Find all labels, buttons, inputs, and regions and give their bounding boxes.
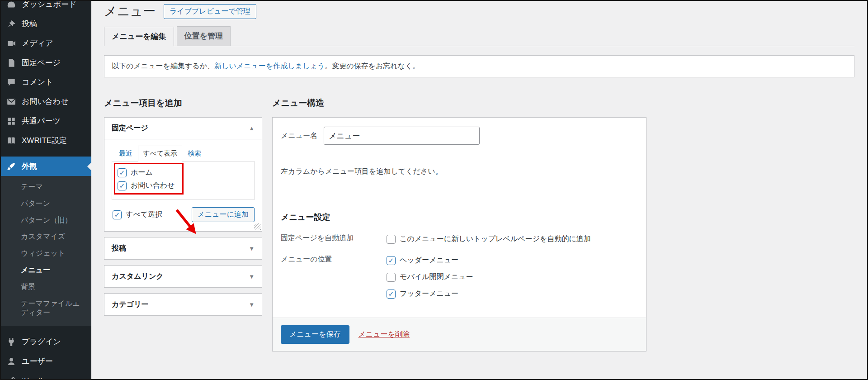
menu-location-label: メニューの位置: [281, 254, 386, 300]
pages-postbox-header[interactable]: 固定ページ ▲: [104, 118, 262, 139]
submenu-item-menus[interactable]: メニュー: [1, 262, 91, 279]
add-items-heading: メニュー項目を追加: [104, 97, 262, 109]
notice-text-prefix: 以下のメニューを編集するか、: [112, 62, 214, 70]
pages-postbox-body: 最近 すべて表示 検索 ホーム お問い合わせ: [104, 139, 262, 231]
sidebar-item-dashboard[interactable]: ダッシュボード: [1, 1, 91, 14]
select-all-control[interactable]: すべて選択: [112, 208, 163, 221]
location-footer-menu[interactable]: フッターメニュー: [386, 287, 474, 300]
save-menu-button[interactable]: メニューを保存: [281, 325, 349, 344]
brush-icon: [6, 162, 16, 171]
resize-handle[interactable]: [254, 223, 261, 230]
collapse-down-icon[interactable]: ▼: [249, 273, 255, 280]
tab-most-recent[interactable]: 最近: [114, 146, 137, 161]
user-icon: [6, 356, 16, 366]
collapse-down-icon[interactable]: ▼: [249, 301, 255, 308]
location-label: ヘッダーメニュー: [400, 256, 458, 265]
location-label: モバイル開閉メニュー: [400, 272, 473, 282]
submenu-item-customize[interactable]: カスタマイズ: [1, 228, 91, 245]
sidebar-item-common-parts[interactable]: 共通パーツ: [1, 111, 91, 131]
submenu-item-patterns-old[interactable]: パターン（旧）: [1, 212, 91, 229]
custom-links-postbox-header[interactable]: カスタムリンク ▼: [104, 266, 262, 287]
auto-add-option[interactable]: このメニューに新しいトップレベルページを自動的に追加: [386, 233, 592, 246]
menu-structure-heading: メニュー構造: [272, 97, 646, 109]
collapse-up-icon[interactable]: ▲: [249, 125, 255, 132]
page-item-home[interactable]: ホーム: [117, 166, 250, 179]
location-label: フッターメニュー: [400, 289, 458, 299]
sidebar-item-label: 外観: [22, 161, 37, 171]
sidebar-item-xwrite-settings[interactable]: XWRITE設定: [1, 131, 91, 150]
header-menu-checkbox[interactable]: [387, 256, 396, 265]
sidebar-item-label: プラグイン: [22, 337, 61, 347]
submenu-item-background[interactable]: 背景: [1, 279, 91, 295]
sidebar-item-plugins[interactable]: プラグイン: [1, 332, 91, 352]
pages-postbox-title: 固定ページ: [112, 124, 148, 133]
dashboard-icon: [6, 1, 16, 10]
posts-postbox-title: 投稿: [112, 244, 126, 253]
location-mobile-menu[interactable]: モバイル開閉メニュー: [386, 271, 474, 284]
submenu-item-widgets[interactable]: ウィジェット: [1, 245, 91, 262]
sidebar-item-label: 投稿: [22, 19, 37, 29]
mail-icon: [6, 97, 16, 107]
menu-name-label: メニュー名: [281, 131, 317, 141]
sidebar-item-posts[interactable]: 投稿: [1, 14, 91, 33]
sidebar-item-label: お問い合わせ: [22, 96, 69, 107]
sidebar-item-comments[interactable]: コメント: [1, 72, 91, 92]
tab-search[interactable]: 検索: [183, 146, 206, 161]
menu-name-input[interactable]: [324, 127, 480, 145]
categories-postbox-title: カテゴリー: [112, 300, 149, 309]
empty-menu-message: 左カラムからメニュー項目を追加してください。: [281, 167, 638, 176]
home-checkbox[interactable]: [118, 168, 127, 177]
page-item-contact[interactable]: お問い合わせ: [117, 179, 250, 192]
posts-postbox-header[interactable]: 投稿 ▼: [104, 238, 262, 259]
page-item-label: お問い合わせ: [131, 181, 175, 190]
live-preview-button[interactable]: ライブプレビューで管理: [164, 4, 256, 19]
media-icon: [6, 38, 16, 48]
categories-postbox-header[interactable]: カテゴリー ▼: [104, 294, 262, 315]
notice-text-suffix: 。変更の保存をお忘れなく。: [325, 62, 420, 70]
footer-menu-checkbox[interactable]: [387, 290, 396, 299]
sidebar-item-label: ユーザー: [22, 356, 53, 366]
menu-edit-box: メニュー名 左カラムからメニュー項目を追加してください。 メニュー設定 固定ペー…: [272, 117, 646, 352]
main-content: メニュー ライブプレビューで管理 メニューを編集 位置を管理 以下のメニューを編…: [91, 1, 867, 379]
sidebar-item-label: ツール: [22, 375, 45, 379]
collapse-down-icon[interactable]: ▼: [249, 245, 255, 252]
appearance-submenu: テーマ パターン パターン（旧） カスタマイズ ウィジェット メニュー 背景 テ…: [1, 176, 91, 326]
select-all-checkbox[interactable]: [113, 210, 122, 219]
sidebar-item-media[interactable]: メディア: [1, 33, 91, 53]
sidebar-item-contact[interactable]: お問い合わせ: [1, 92, 91, 111]
pages-checklist-panel: ホーム お問い合わせ: [112, 161, 255, 200]
sidebar-item-users[interactable]: ユーザー: [1, 352, 91, 371]
select-all-label: すべて選択: [126, 210, 162, 219]
create-menu-link[interactable]: 新しいメニューを作成しましょう: [214, 62, 325, 70]
sidebar-item-label: 共通パーツ: [22, 116, 61, 126]
submenu-item-theme-editor[interactable]: テーマファイルエディター: [1, 295, 91, 322]
add-to-menu-button[interactable]: メニューに追加: [192, 207, 255, 222]
add-menu-items-column: メニュー項目を追加 固定ページ ▲ 最近 すべて表示 検索: [104, 97, 262, 321]
auto-add-option-label: このメニューに新しいトップレベルページを自動的に追加: [400, 234, 591, 244]
pages-postbox: 固定ページ ▲ 最近 すべて表示 検索 ホーム: [104, 117, 262, 232]
tab-view-all[interactable]: すべて表示: [138, 146, 182, 162]
nav-tab-bar: メニューを編集 位置を管理: [104, 26, 854, 46]
page-title: メニュー: [104, 3, 156, 20]
delete-menu-link[interactable]: メニューを削除: [359, 330, 410, 339]
tab-manage-locations[interactable]: 位置を管理: [177, 26, 231, 46]
sidebar-item-pages[interactable]: 固定ページ: [1, 53, 91, 72]
book-icon: [6, 136, 16, 146]
tab-edit-menus[interactable]: メニューを編集: [104, 27, 174, 46]
auto-add-label: 固定ページを自動追加: [281, 233, 386, 246]
submenu-item-themes[interactable]: テーマ: [1, 179, 91, 195]
menu-structure-column: メニュー構造 メニュー名 左カラムからメニュー項目を追加してください。 メニュー…: [272, 97, 646, 352]
grid-icon: [6, 116, 16, 126]
mobile-menu-checkbox[interactable]: [387, 273, 396, 282]
location-header-menu[interactable]: ヘッダーメニュー: [386, 254, 474, 267]
submenu-item-patterns[interactable]: パターン: [1, 195, 91, 212]
contact-checkbox[interactable]: [118, 181, 127, 190]
sidebar-item-tools[interactable]: ツール: [1, 371, 91, 379]
auto-add-checkbox[interactable]: [387, 235, 396, 244]
pin-icon: [6, 19, 16, 29]
sidebar-item-appearance[interactable]: 外観: [1, 157, 91, 176]
sidebar-item-label: ダッシュボード: [22, 1, 76, 10]
edit-menu-notice: 以下のメニューを編集するか、新しいメニューを作成しましょう。変更の保存をお忘れな…: [104, 55, 854, 77]
custom-links-postbox: カスタムリンク ▼: [104, 265, 262, 288]
categories-postbox: カテゴリー ▼: [104, 293, 262, 316]
